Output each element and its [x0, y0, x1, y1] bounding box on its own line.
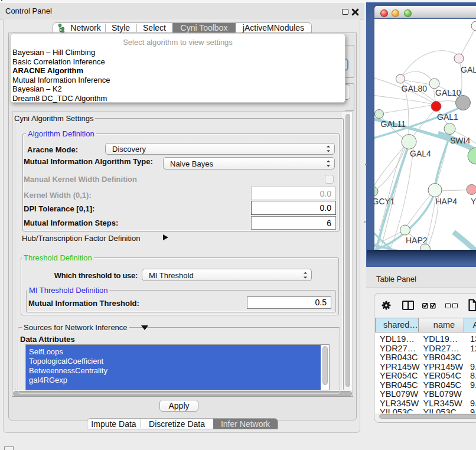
svg-text:GAL4: GAL4 — [410, 149, 431, 158]
svg-text:GAL10: GAL10 — [435, 88, 461, 97]
svg-text:GAL7: GAL7 — [461, 65, 476, 74]
svg-text:HAP2: HAP2 — [406, 236, 428, 245]
svg-text:GAL80: GAL80 — [402, 84, 428, 93]
svg-text:GCY1: GCY1 — [374, 197, 395, 206]
svg-text:GAL11: GAL11 — [381, 119, 406, 129]
svg-text:YEL0: YEL0 — [471, 197, 476, 206]
svg-text:GAL1: GAL1 — [437, 112, 458, 122]
svg-text:HAP4: HAP4 — [436, 197, 458, 206]
svg-text:SWI4: SWI4 — [450, 136, 470, 145]
